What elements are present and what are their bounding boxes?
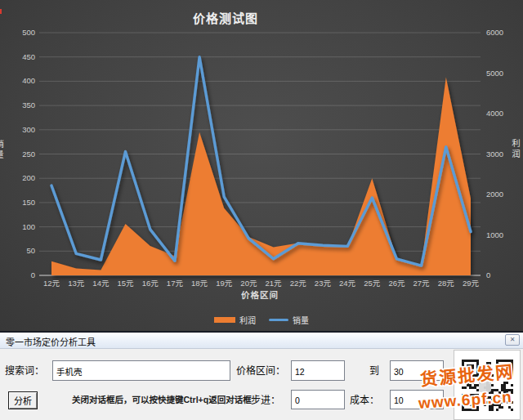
right-axis-tick: 6000 <box>486 28 503 37</box>
legend-label: 利润 <box>239 314 256 326</box>
qr-module <box>462 360 464 362</box>
left-axis-title: 销量 <box>0 140 4 160</box>
pricing-tool-dialog: 零一市场定价分析工具 ✕ 搜索词： 价格区间： 到 分析 关闭对话框后，可以按快… <box>0 331 523 420</box>
sales-line-series <box>51 57 471 266</box>
step-label: 步进： <box>251 392 280 406</box>
hint-text: 关闭对话框后，可以按快捷键Ctrl+q返回对话框 <box>72 393 252 405</box>
left-axis-tick: 50 <box>26 246 35 255</box>
left-axis-tick: 250 <box>22 150 35 159</box>
right-axis-tick: 2000 <box>486 190 503 199</box>
price-chart-panel: 0501001502002503003504004505000100020003… <box>0 0 523 331</box>
cost-label: 成本： <box>350 392 379 406</box>
right-axis-tick: 4000 <box>486 109 503 118</box>
right-axis-tick: 3000 <box>486 150 503 159</box>
x-axis-tick: 19元 <box>216 279 233 288</box>
x-axis-tick: 21元 <box>266 279 283 288</box>
profit-area-swatch-icon <box>214 317 235 323</box>
left-axis-tick: 500 <box>22 28 35 37</box>
price-range-label: 价格区间： <box>236 363 285 377</box>
chart-canvas: 0501001502002503003504004505000100020003… <box>0 0 523 331</box>
search-input[interactable] <box>52 360 230 381</box>
left-axis-tick: 300 <box>22 125 35 134</box>
left-axis-tick: 150 <box>22 198 35 207</box>
right-axis-tick: 0 <box>486 270 490 279</box>
dialog-titlebar[interactable]: 零一市场定价分析工具 ✕ <box>0 333 523 349</box>
left-axis-tick: 0 <box>31 270 35 279</box>
qr-module <box>491 409 494 411</box>
x-axis-tick: 12元 <box>43 279 60 288</box>
qr-module <box>472 386 474 389</box>
left-axis-tick: 350 <box>22 101 35 109</box>
close-icon[interactable]: ✕ <box>505 334 520 346</box>
x-axis-tick: 25元 <box>364 279 381 288</box>
legend-item-sales: 销量 <box>269 314 309 326</box>
x-axis-tick: 24元 <box>339 279 356 288</box>
x-axis-tick: 23元 <box>315 279 332 288</box>
qr-module <box>511 384 513 386</box>
qr-module <box>503 384 506 386</box>
legend-item-profit: 利润 <box>214 314 256 326</box>
price-from-input[interactable] <box>291 360 345 381</box>
left-axis-tick: 400 <box>22 76 35 85</box>
x-axis-title: 价格区间 <box>0 288 520 301</box>
x-axis-tick: 26元 <box>388 279 405 288</box>
right-axis-tick: 1000 <box>486 230 503 239</box>
x-axis-tick: 28元 <box>438 279 455 288</box>
to-label: 到 <box>369 363 379 377</box>
x-axis-tick: 22元 <box>290 279 307 288</box>
x-axis-tick: 14元 <box>92 279 110 288</box>
qr-module <box>511 409 513 411</box>
qr-module <box>489 409 491 411</box>
step-input[interactable] <box>291 390 345 409</box>
right-axis-title: 利润 <box>511 139 521 159</box>
x-axis-tick: 27元 <box>413 279 431 288</box>
chart-legend: 利润 销量 <box>0 314 523 326</box>
left-axis-tick: 200 <box>22 173 35 182</box>
x-axis-tick: 15元 <box>117 279 134 288</box>
x-axis-tick: 17元 <box>167 279 184 288</box>
qr-module <box>501 384 503 386</box>
profit-area-series <box>51 78 471 276</box>
x-axis-tick: 20元 <box>240 279 257 288</box>
right-axis-tick: 5000 <box>486 69 503 78</box>
x-axis-tick: 16元 <box>142 279 159 288</box>
x-axis-tick: 29元 <box>463 279 480 288</box>
legend-label: 销量 <box>293 314 309 326</box>
sales-line-swatch-icon <box>269 319 288 322</box>
qr-module <box>474 386 476 389</box>
chart-title: 价格测试图 <box>0 9 451 26</box>
screen-artifact <box>0 9 2 14</box>
x-axis-tick: 18元 <box>191 279 208 288</box>
app-screen: 0501001502002503003504004505000100020003… <box>0 0 523 420</box>
x-axis-tick: 13元 <box>68 279 85 288</box>
search-label: 搜索词： <box>5 363 44 377</box>
qr-module <box>496 409 498 411</box>
left-axis-tick: 450 <box>22 52 35 61</box>
qr-module <box>469 386 472 389</box>
analyze-button[interactable]: 分析 <box>8 391 38 409</box>
left-axis-tick: 100 <box>22 222 35 231</box>
dialog-title: 零一市场定价分析工具 <box>6 335 96 348</box>
